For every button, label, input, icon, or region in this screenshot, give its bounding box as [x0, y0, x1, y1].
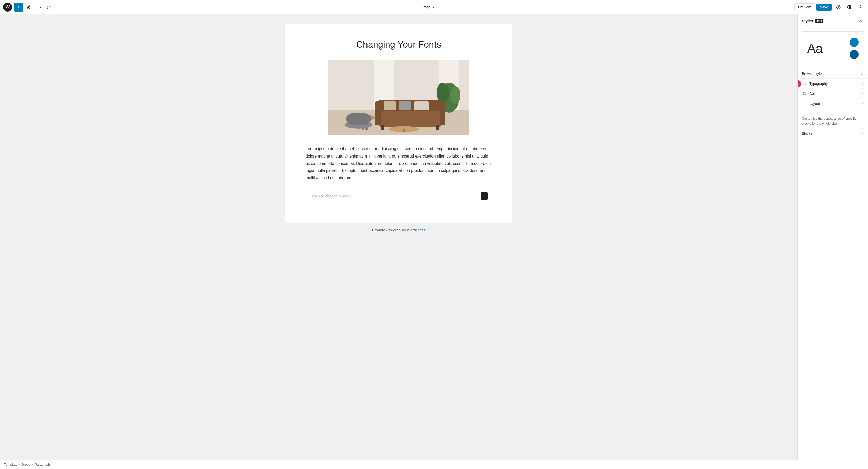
toolbar: W + Page Preview Save ⋮ [0, 0, 868, 14]
svg-rect-29 [346, 113, 371, 125]
svg-rect-23 [381, 125, 384, 130]
typography-icon: Aa [802, 81, 807, 86]
add-block-button[interactable]: + [14, 2, 23, 11]
beta-badge: Beta [815, 19, 824, 23]
typography-label: Typography [809, 81, 828, 86]
wp-logo-icon[interactable]: W [3, 2, 12, 11]
svg-rect-26 [399, 101, 411, 110]
breadcrumb: Template › Group › Paragraph [0, 460, 868, 469]
sidebar-divider-1 [798, 111, 868, 111]
layout-nav-left: Layout [802, 101, 820, 106]
svg-rect-19 [379, 109, 441, 127]
svg-rect-31 [403, 129, 405, 132]
main-area: Changing Your Fonts [0, 14, 868, 460]
blocks-label: Blocks [802, 131, 812, 135]
sidebar-header-left: Styles Beta [802, 19, 824, 23]
more-options-button[interactable]: ⋮ [856, 2, 865, 11]
svg-rect-25 [383, 101, 396, 110]
svg-rect-22 [439, 101, 445, 125]
footer: Proudly Powered by WordPress [372, 223, 426, 237]
browse-styles-label: Browse styles [802, 72, 824, 76]
browse-styles-item[interactable]: Browse styles [798, 69, 868, 78]
list-view-button[interactable] [54, 2, 63, 11]
breadcrumb-template[interactable]: Template [4, 463, 18, 467]
breadcrumb-sep-1: › [19, 463, 20, 467]
typography-nav-left: Aa Typography [802, 81, 828, 86]
settings-button[interactable] [834, 2, 843, 11]
sidebar-header-right: ⋮ ✕ [848, 17, 864, 24]
svg-rect-21 [375, 101, 381, 125]
sidebar-title: Styles [802, 19, 813, 23]
layout-label: Layout [809, 102, 820, 106]
svg-point-6 [838, 6, 839, 7]
sidebar-header: Styles Beta ⋮ ✕ [798, 14, 868, 27]
preview-colors [849, 38, 859, 59]
breadcrumb-sep-2: › [32, 463, 33, 467]
svg-point-14 [436, 82, 449, 103]
toolbar-right: Preview Save ⋮ [795, 2, 865, 11]
page-body-text: Lorem ipsum dolor sit amet, consectetur … [306, 145, 492, 182]
block-add-button[interactable]: + [480, 193, 488, 200]
save-button[interactable]: Save [816, 3, 832, 10]
sidebar-close-button[interactable]: ✕ [857, 17, 864, 24]
svg-rect-33 [803, 102, 806, 105]
colors-nav-left: Colors [802, 91, 819, 96]
page-indicator[interactable]: Page [64, 5, 794, 9]
typography-nav-item[interactable]: Aa Typography [798, 78, 868, 89]
redo-button[interactable] [44, 2, 53, 11]
page-title: Changing Your Fonts [306, 39, 492, 50]
preview-color-secondary [849, 50, 859, 59]
layout-nav-item[interactable]: Layout [798, 99, 868, 109]
colors-chevron-icon [861, 92, 864, 95]
svg-rect-27 [414, 101, 429, 110]
blocks-description: Customize the appearance of specific blo… [798, 113, 868, 129]
colors-label: Colors [809, 92, 819, 96]
editor-canvas[interactable]: Changing Your Fonts [0, 14, 798, 460]
blocks-chevron-icon [861, 132, 864, 135]
blocks-nav-left: Blocks [802, 131, 812, 135]
svg-point-15 [451, 86, 460, 104]
typography-row-wrapper: 1 Aa Typography [798, 78, 868, 89]
blocks-nav-item[interactable]: Blocks [798, 129, 868, 138]
layout-icon [802, 101, 807, 106]
browse-styles-chevron-icon [860, 72, 864, 76]
hero-image [328, 60, 469, 135]
breadcrumb-group[interactable]: Group [22, 463, 30, 467]
svg-rect-24 [436, 125, 439, 130]
colors-nav-item[interactable]: Colors [798, 89, 868, 99]
layout-chevron-icon [861, 102, 864, 105]
page-content: Changing Your Fonts [285, 24, 512, 223]
footer-link[interactable]: WordPress [407, 228, 426, 232]
preview-button[interactable]: Preview [795, 3, 815, 11]
preview-color-primary [849, 38, 859, 47]
preview-typography: Aa [807, 41, 823, 56]
style-preview: Aa [802, 31, 864, 65]
block-input-area[interactable]: Type / to choose a block + [306, 189, 492, 203]
colors-icon [802, 91, 807, 96]
undo-button[interactable] [34, 2, 43, 11]
breadcrumb-paragraph[interactable]: Paragraph [35, 463, 50, 467]
typography-chevron-icon [861, 82, 864, 85]
dark-mode-toggle[interactable] [845, 2, 854, 11]
styles-sidebar: Styles Beta ⋮ ✕ Aa Browse styles 1 [798, 14, 868, 460]
pen-tool-button[interactable] [24, 2, 33, 11]
sidebar-more-button[interactable]: ⋮ [848, 17, 856, 24]
block-placeholder: Type / to choose a block [310, 194, 351, 198]
